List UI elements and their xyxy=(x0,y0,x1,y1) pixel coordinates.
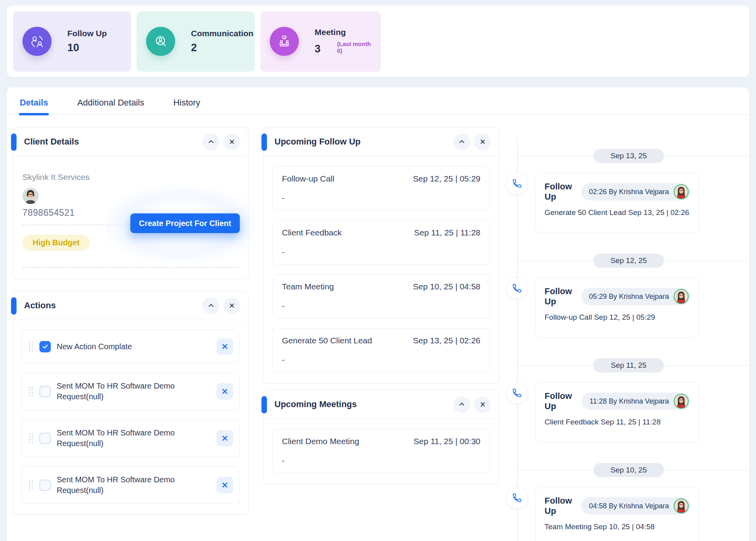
drag-handle-icon[interactable] xyxy=(28,341,33,352)
upcoming-follow-up-close-button[interactable] xyxy=(474,133,491,150)
action-remove-button[interactable] xyxy=(217,338,233,355)
upcoming-follow-up-list: Follow-up Call Sep 12, 25 | 05:29 - Clie… xyxy=(263,156,499,383)
history-timeline: Sep 13, 25 Follow Up 02:26 By Krish xyxy=(508,127,749,541)
upcoming-meetings-close-button[interactable] xyxy=(474,396,491,413)
follow-up-item[interactable]: Generate 50 Client Lead Sep 13, 25 | 02:… xyxy=(272,328,490,372)
action-checkbox[interactable] xyxy=(39,433,51,444)
follow-up-item-datetime: Sep 11, 25 | 11:28 xyxy=(414,228,480,237)
timeline-card[interactable]: Follow Up 11:28 By Krishna Vejpara xyxy=(536,382,699,443)
timeline-card[interactable]: Follow Up 02:26 By Krishna Vejpara xyxy=(536,172,699,233)
timeline-meta-pill: 02:26 By Krishna Vejpara xyxy=(581,183,690,200)
timeline-meta-text: 02:26 By Krishna Vejpara xyxy=(589,188,669,196)
tab-additional-details[interactable]: Additional Details xyxy=(77,98,144,114)
action-label: Sent MOM To HR Software Demo Request(nul… xyxy=(57,474,175,496)
timeline-meta-pill: 04:58 By Krishna Vejpara xyxy=(581,497,690,515)
follow-up-item-note: - xyxy=(282,356,480,365)
drag-handle-icon[interactable] xyxy=(28,433,33,444)
close-icon xyxy=(479,138,487,146)
upcoming-meetings-panel: Upcoming Meetings xyxy=(263,390,499,484)
upcoming-follow-up-collapse-button[interactable] xyxy=(453,133,470,150)
create-project-button[interactable]: Create Project For Client xyxy=(130,213,240,233)
upcoming-follow-up-panel: Upcoming Follow Up xyxy=(263,127,499,384)
action-remove-button[interactable] xyxy=(217,477,233,493)
follow-up-item-title: Team Meeting xyxy=(282,282,334,291)
budget-tag: High Budget xyxy=(22,235,90,251)
follow-up-item-datetime: Sep 10, 25 | 04:58 xyxy=(413,282,480,291)
action-remove-button[interactable] xyxy=(217,430,233,447)
timeline-date-badge: Sep 12, 25 xyxy=(593,254,664,268)
timeline-date-badge: Sep 10, 25 xyxy=(593,463,664,477)
meeting-item-datetime: Sep 11, 25 | 00:30 xyxy=(413,437,480,446)
upcoming-meetings-collapse-button[interactable] xyxy=(453,396,470,413)
actions-close-button[interactable] xyxy=(223,297,240,314)
stat-value: 2 xyxy=(191,42,197,54)
drag-handle-icon[interactable] xyxy=(28,386,33,397)
timeline-entry-type: Follow Up xyxy=(545,496,576,516)
timeline-description: Generate 50 Client Lead Sep 13, 25 | 02:… xyxy=(545,208,690,217)
tab-details[interactable]: Details xyxy=(20,98,48,114)
chevron-up-icon xyxy=(458,138,466,146)
timeline-meta-pill: 11:28 By Krishna Vejpara xyxy=(582,393,690,410)
timeline-meta-text: 05:29 By Krishna Vejpara xyxy=(589,293,669,301)
action-checkbox[interactable] xyxy=(39,386,51,397)
close-icon xyxy=(228,302,236,309)
actions-title: Actions xyxy=(22,300,198,311)
phone-call-icon xyxy=(506,277,528,299)
phone-call-icon xyxy=(506,487,528,509)
chevron-up-icon xyxy=(458,400,466,408)
follow-up-item[interactable]: Follow-up Call Sep 12, 25 | 05:29 - xyxy=(272,166,490,211)
follow-up-item-title: Generate 50 Client Lead xyxy=(282,336,372,345)
timeline-entry: Sep 13, 25 Follow Up 02:26 By Krish xyxy=(508,149,749,233)
follow-up-item-title: Client Feedback xyxy=(282,228,342,237)
user-avatar xyxy=(674,289,689,304)
timeline-entry-type: Follow Up xyxy=(545,182,576,202)
timeline-entry: Sep 12, 25 Follow Up 05:29 By Krish xyxy=(508,254,749,338)
stat-label: Meeting xyxy=(315,28,371,37)
timeline-description: Client Feedback Sep 11, 25 | 11:28 xyxy=(545,418,690,426)
timeline-entry-type: Follow Up xyxy=(545,391,576,411)
timeline-card[interactable]: Follow Up 05:29 By Krishna Vejpara xyxy=(536,277,699,338)
close-icon xyxy=(479,400,487,408)
close-icon xyxy=(221,434,229,442)
action-label: New Action Complate xyxy=(57,341,175,352)
dotted-divider xyxy=(22,267,239,268)
meeting-people-icon xyxy=(270,27,299,56)
drag-handle-icon[interactable] xyxy=(28,480,33,491)
action-label: Sent MOM To HR Software Demo Request(nul… xyxy=(57,428,175,449)
meeting-item[interactable]: Client Demo Meeting Sep 11, 25 | 00:30 - xyxy=(272,429,490,473)
follow-up-item-datetime: Sep 12, 25 | 05:29 xyxy=(413,174,480,183)
upcoming-meetings-title: Upcoming Meetings xyxy=(272,399,449,409)
timeline-date-badge: Sep 11, 25 xyxy=(593,358,664,372)
client-details-title: Client Details xyxy=(22,137,198,147)
stat-last-month-note: (Last month 0) xyxy=(337,41,371,55)
action-row: Sent MOM To HR Software Demo Request(nul… xyxy=(21,466,240,504)
follow-up-item[interactable]: Team Meeting Sep 10, 25 | 04:58 - xyxy=(272,274,490,319)
user-avatar xyxy=(674,394,689,409)
phone-call-icon xyxy=(506,172,528,195)
upcoming-meetings-list: Client Demo Meeting Sep 11, 25 | 00:30 - xyxy=(263,419,499,484)
tab-history[interactable]: History xyxy=(173,98,200,114)
timeline-card[interactable]: Follow Up 04:58 By Krishna Vejpara xyxy=(536,487,699,541)
stat-label: Follow Up xyxy=(67,29,107,38)
stats-strip: Follow Up 10 Communication 2 xyxy=(7,6,749,77)
client-details-panel: Client Details Create Project For C xyxy=(13,127,248,279)
actions-collapse-button[interactable] xyxy=(202,297,219,314)
action-remove-button[interactable] xyxy=(217,383,233,400)
action-checkbox[interactable] xyxy=(39,480,51,491)
user-avatar xyxy=(674,498,689,513)
follow-up-item-datetime: Sep 13, 25 | 02:26 xyxy=(413,336,480,345)
stat-card-communication: Communication 2 xyxy=(137,11,255,72)
follow-up-item[interactable]: Client Feedback Sep 11, 25 | 11:28 - xyxy=(272,220,490,265)
meeting-item-note: - xyxy=(282,456,480,465)
stat-value: 10 xyxy=(67,42,79,54)
actions-list: New Action Complate xyxy=(13,320,248,514)
follow-up-item-note: - xyxy=(282,248,480,257)
timeline-entry: Sep 10, 25 Follow Up 04:58 By Krish xyxy=(508,463,749,541)
close-icon xyxy=(221,343,229,350)
timeline-entry: Sep 11, 25 Follow Up 11:28 By Krish xyxy=(508,358,749,443)
client-details-collapse-button[interactable] xyxy=(202,133,219,150)
follow-up-item-title: Follow-up Call xyxy=(282,174,334,183)
upcoming-follow-up-title: Upcoming Follow Up xyxy=(272,137,449,147)
client-details-close-button[interactable] xyxy=(223,133,240,150)
action-checkbox[interactable] xyxy=(39,341,51,352)
